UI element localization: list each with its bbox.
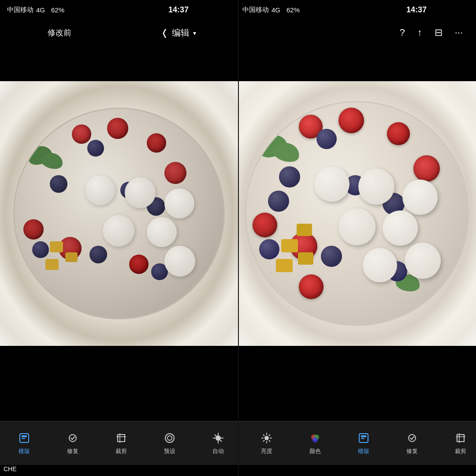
- toolbar-item-banben2[interactable]: 楼版: [339, 424, 388, 463]
- svg-line-24: [269, 435, 270, 435]
- after-image: [238, 81, 476, 346]
- raspberry-before-4: [164, 162, 186, 184]
- raspberry-after-5: [253, 213, 277, 237]
- edit-label[interactable]: 编辑: [172, 27, 190, 39]
- lychee-after-3: [402, 180, 438, 215]
- right-network: 4G: [271, 6, 280, 14]
- history-icon[interactable]: ⊟: [435, 27, 443, 38]
- photo-divider: [238, 0, 239, 476]
- right-time: 14:37: [406, 5, 427, 15]
- banben2-label: 楼版: [358, 447, 369, 455]
- yanse-icon: [309, 431, 322, 445]
- yushe-icon: [163, 431, 176, 445]
- header-right: ? ↑ ⊟ ···: [238, 27, 476, 38]
- status-right-2-time: 14:37: [357, 5, 476, 15]
- liangdu-icon: [260, 431, 273, 445]
- svg-point-16: [264, 436, 269, 440]
- mango-before-2: [65, 252, 78, 262]
- lychee-before-2: [125, 177, 156, 208]
- mango-after-4: [297, 224, 312, 236]
- lychee-before-1: [85, 175, 115, 205]
- xiufu2-label: 修复: [406, 447, 418, 455]
- banben-label: 楼版: [19, 447, 30, 455]
- xiufu-icon: [66, 431, 79, 445]
- lychee-after-5: [383, 210, 418, 246]
- image-comparison-area: [0, 81, 476, 346]
- mango-before-3: [45, 259, 59, 270]
- toolbar-item-caijian2[interactable]: 裁剪: [436, 424, 476, 463]
- raspberry-after-4: [413, 155, 440, 182]
- blueberry-after-5: [259, 239, 279, 259]
- blueberry-before-2: [50, 175, 67, 193]
- right-battery: 62%: [286, 6, 300, 14]
- toolbar-item-banben[interactable]: 楼版: [0, 424, 48, 463]
- svg-line-23: [264, 440, 264, 441]
- mango-after-1: [281, 239, 298, 252]
- help-icon[interactable]: ?: [399, 27, 405, 38]
- bowl-before: [13, 108, 225, 319]
- svg-line-22: [269, 440, 270, 441]
- before-image: [0, 81, 238, 346]
- lychee-before-4: [103, 215, 134, 247]
- blueberry-before-6: [89, 246, 107, 263]
- svg-line-15: [220, 440, 222, 441]
- header-center[interactable]: ❬ 编辑 ▾: [119, 27, 238, 39]
- xiufu-label: 修复: [67, 447, 78, 455]
- status-left: 中国移动 4G 62%: [0, 6, 119, 14]
- raspberry-before-1: [72, 124, 91, 144]
- svg-rect-32: [457, 435, 464, 442]
- xiufu2-icon: [405, 431, 419, 445]
- lychee-after-7: [363, 248, 397, 282]
- right-carrier: 中国移动: [242, 6, 269, 14]
- toolbar-item-liangdu[interactable]: 亮度: [242, 424, 291, 463]
- toolbar-item-yanse[interactable]: 颜色: [291, 424, 339, 463]
- svg-rect-29: [361, 435, 366, 437]
- raspberry-before-2: [107, 118, 128, 139]
- lychee-before-5: [147, 217, 177, 247]
- lychee-after-6: [405, 243, 441, 279]
- toolbar-item-yushe[interactable]: 预设: [145, 424, 194, 463]
- banben-icon: [18, 431, 31, 445]
- lychee-after-4: [338, 208, 376, 245]
- lychee-before-3: [164, 188, 194, 218]
- svg-line-21: [264, 435, 264, 435]
- blueberry-after-8: [268, 191, 289, 212]
- lychee-after-2: [358, 169, 394, 205]
- raspberry-before-3: [147, 133, 166, 153]
- yanse-label: 颜色: [309, 447, 321, 455]
- mango-before-1: [50, 241, 63, 252]
- yushe-label: 预设: [164, 447, 175, 455]
- svg-line-14: [215, 435, 216, 436]
- toolbar-item-caijian[interactable]: 裁剪: [97, 424, 145, 463]
- blueberry-after-6: [321, 246, 342, 267]
- svg-rect-30: [361, 438, 364, 439]
- mango-after-2: [298, 252, 313, 265]
- more-icon[interactable]: ···: [455, 27, 463, 38]
- toolbar-item-zidong[interactable]: 自动: [194, 424, 242, 463]
- before-label: 修改前: [48, 27, 71, 38]
- zidong-icon: [212, 431, 225, 445]
- left-battery: 62%: [51, 6, 64, 14]
- lychee-before-6: [164, 246, 195, 277]
- svg-point-27: [312, 437, 318, 442]
- status-right-1: 中国移动 4G 62%: [238, 6, 357, 14]
- left-carrier: 中国移动: [7, 6, 33, 14]
- liangdu-label: 亮度: [261, 447, 272, 455]
- toolbar-item-xiufu[interactable]: 修复: [48, 424, 97, 463]
- blueberry-before-5: [32, 241, 49, 258]
- toolbar-item-xiufu2[interactable]: 修复: [388, 424, 436, 463]
- blueberry-after-1: [316, 129, 337, 149]
- lychee-after-1: [314, 166, 350, 202]
- left-time: 14:37: [168, 5, 189, 15]
- chevron-down-icon: ▾: [193, 30, 196, 37]
- zidong-label: 自动: [212, 447, 224, 455]
- svg-point-7: [165, 434, 174, 442]
- bottom-partial-text: CHE: [0, 462, 20, 476]
- share-icon[interactable]: ↑: [417, 27, 422, 38]
- caijian2-icon: [454, 431, 467, 445]
- raspberry-after-3: [387, 122, 410, 145]
- svg-rect-4: [118, 435, 125, 442]
- raspberry-before-5: [23, 219, 44, 240]
- caijian2-label: 裁剪: [455, 447, 466, 455]
- bowl-after: [245, 101, 469, 326]
